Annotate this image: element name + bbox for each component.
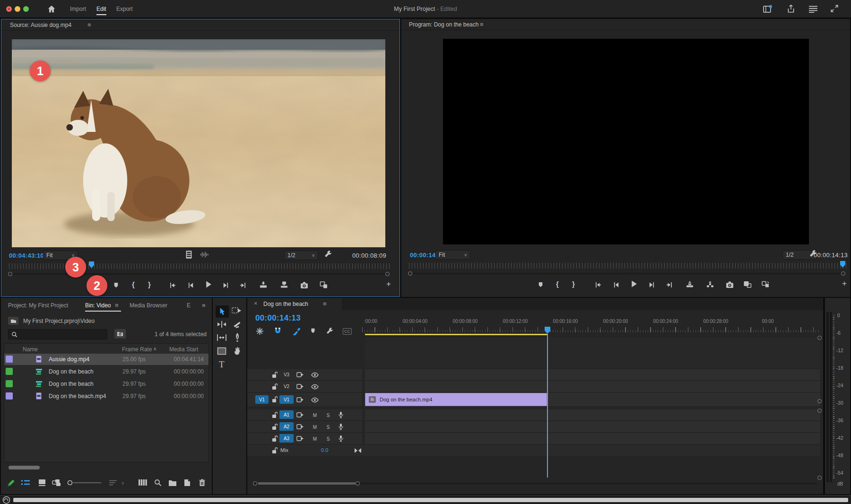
sync-lock-icon[interactable] [296, 424, 304, 430]
program-panel-title[interactable]: Program: Dog on the beach [409, 21, 478, 28]
fullscreen-icon[interactable] [830, 4, 839, 13]
sequence-tab-label[interactable]: Dog on the beach [263, 301, 308, 307]
mic-icon[interactable] [338, 435, 344, 442]
snap-magnet-icon[interactable] [274, 327, 281, 335]
clip-fx-badge[interactable]: fx [369, 396, 376, 403]
export-frame-camera-icon[interactable] [725, 280, 734, 289]
sort-icon[interactable] [109, 479, 117, 486]
horizontal-scrollbar-thumb[interactable] [9, 466, 40, 469]
drag-audio-icon[interactable] [200, 251, 209, 258]
zoom-slider[interactable] [67, 480, 102, 485]
mark-in-icon[interactable]: { [556, 280, 559, 288]
program-zoom-select[interactable]: Fit∨ [435, 250, 470, 260]
extract-icon[interactable] [705, 279, 715, 289]
sync-lock-icon[interactable] [296, 397, 304, 403]
solo-button[interactable]: S [324, 411, 332, 419]
source-patch-v1[interactable]: V1 [255, 395, 269, 404]
delete-trash-icon[interactable] [199, 479, 206, 487]
column-header-frame-rate[interactable]: Frame Rate [122, 346, 152, 353]
column-header-media-start[interactable]: Media Start [169, 346, 198, 353]
lock-icon[interactable] [272, 396, 278, 403]
bin-item-row[interactable]: Dog on the beach.mp4 29.97 fps 00:00:00:… [4, 391, 208, 402]
lock-icon[interactable] [272, 424, 278, 430]
label-color-swatch[interactable] [6, 356, 13, 363]
button-editor-plus[interactable]: + [842, 279, 847, 288]
sync-lock-icon[interactable] [296, 412, 304, 418]
program-scrollbar-track[interactable] [413, 273, 841, 274]
tab-overflow-truncated[interactable]: E [187, 302, 191, 309]
program-scrollbar-left-knob[interactable] [408, 271, 412, 276]
eye-icon[interactable] [311, 397, 319, 403]
mute-button[interactable]: M [311, 411, 319, 419]
go-to-out-icon[interactable] [238, 280, 247, 290]
hand-tool[interactable] [234, 346, 242, 355]
program-panel-menu-icon[interactable]: ≡ [480, 21, 484, 28]
search-input[interactable] [8, 329, 107, 339]
list-view-icon[interactable] [21, 479, 30, 487]
step-back-icon[interactable] [186, 280, 195, 290]
timeline-hscroll-knob-right[interactable] [356, 481, 360, 486]
step-forward-icon[interactable] [221, 280, 230, 290]
captions-cc-icon[interactable]: CC [343, 328, 352, 335]
tab-bin-video[interactable]: Bin: Video [85, 302, 111, 309]
close-tab-icon[interactable]: × [254, 300, 258, 307]
mute-button[interactable]: M [311, 423, 319, 431]
new-item-icon[interactable] [183, 479, 191, 487]
label-color-swatch[interactable] [6, 392, 13, 400]
eye-icon[interactable] [311, 384, 319, 390]
mute-button[interactable]: M [311, 435, 319, 443]
timeline-marker-icon[interactable] [310, 328, 316, 334]
track-a2-content[interactable] [365, 421, 820, 432]
mark-out-icon[interactable]: } [148, 280, 151, 288]
timeline-vscroll-knob-mid1[interactable] [817, 399, 822, 403]
razor-tool[interactable] [233, 320, 241, 329]
timeline-settings-wrench-icon[interactable] [326, 327, 333, 335]
track-v3-content[interactable] [365, 369, 820, 380]
freeform-view-icon[interactable] [52, 479, 61, 487]
track-a1-content[interactable] [365, 409, 820, 420]
creative-cloud-icon[interactable] [2, 496, 10, 504]
home-icon[interactable] [47, 5, 56, 13]
linked-selection-icon[interactable] [293, 327, 301, 335]
lock-icon[interactable] [272, 383, 278, 390]
traffic-light-close[interactable] [6, 6, 12, 12]
tab-edit[interactable]: Edit [96, 6, 106, 15]
source-settings-wrench-icon[interactable] [324, 250, 332, 258]
work-area-bar[interactable] [365, 334, 547, 335]
selection-tool[interactable] [216, 305, 229, 318]
new-bin-folder-icon[interactable] [168, 479, 177, 486]
sync-lock-icon[interactable] [296, 383, 304, 390]
menu-stack-icon[interactable] [808, 5, 818, 13]
source-scrollbar-right-knob[interactable] [385, 272, 390, 276]
label-color-swatch[interactable] [6, 380, 13, 387]
writable-pencil-icon[interactable] [7, 478, 16, 487]
lock-icon[interactable] [272, 435, 278, 442]
comparison-view-icon[interactable] [743, 279, 752, 289]
go-to-in-icon[interactable] [593, 280, 603, 289]
timeline-ruler[interactable]: :00:00 00:00:04:00 00:00:08:00 00:00:12:… [362, 317, 820, 334]
timeline-current-timecode[interactable]: 00:00:14:13 [255, 313, 301, 323]
source-current-timecode[interactable]: 00:04:43:10 [9, 252, 44, 259]
program-video-viewport[interactable] [443, 39, 809, 244]
track-label-v1[interactable]: V1 [279, 395, 294, 404]
timeline-vscroll-knob-mid2[interactable] [817, 408, 822, 413]
tab-media-browser[interactable]: Media Browser [130, 302, 167, 309]
timeline-menu-icon[interactable]: ≡ [323, 300, 327, 307]
source-video-viewport[interactable] [12, 39, 385, 247]
track-label-a1[interactable]: A1 [279, 410, 294, 419]
traffic-light-zoom[interactable] [23, 6, 29, 12]
add-marker-icon[interactable] [536, 280, 545, 289]
insert-icon[interactable] [259, 280, 268, 289]
sync-lock-icon[interactable] [296, 372, 304, 378]
mix-level-value[interactable]: 0.0 [321, 447, 328, 453]
tab-export[interactable]: Export [116, 6, 133, 12]
go-to-in-icon[interactable] [168, 280, 177, 290]
track-label-a3[interactable]: A3 [279, 434, 294, 443]
pen-tool[interactable] [234, 333, 241, 342]
source-panel-title[interactable]: Source: Aussie dog.mp4 [10, 22, 71, 28]
ripple-edit-tool[interactable] [217, 321, 227, 328]
drag-av-icon[interactable] [319, 280, 329, 289]
bin-item-row[interactable]: Aussie dog.mp4 25.00 fps 00:04:41:14 [4, 354, 208, 365]
lock-icon[interactable] [272, 412, 278, 418]
solo-button[interactable]: S [324, 423, 332, 431]
